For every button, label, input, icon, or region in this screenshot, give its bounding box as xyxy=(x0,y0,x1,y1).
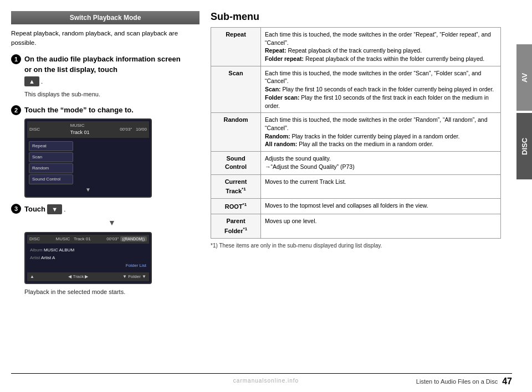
footer-text: Listen to Audio Files on a Disc xyxy=(416,378,498,385)
desc-sound-control: Adjusts the sound quality. →“Adjust the … xyxy=(261,151,501,174)
step-3-number: 3 xyxy=(11,204,21,214)
down-arrow-button[interactable]: ▼ xyxy=(47,204,62,215)
step-1: 1 On the audio file playback information… xyxy=(11,54,200,99)
watermark: carmanualsonline.info xyxy=(233,378,299,384)
desc-current-track: Moves to the current Track List. xyxy=(261,174,501,198)
left-column: Switch Playback Mode Repeat playback, ra… xyxy=(11,11,200,302)
right-column: Sub-menu Repeat Each time this is touche… xyxy=(211,11,501,302)
step-2-content: Touch the “mode” to change to. DISC MUSI… xyxy=(24,105,200,198)
intro-text: Repeat playback, random playback, and sc… xyxy=(11,29,200,48)
disc-tab[interactable]: DISC xyxy=(516,113,532,179)
screen-1-music: MUSICTrack 01 xyxy=(70,122,90,137)
screen-2-header: DISC MUSIC Track 01 00'03" ((RANDOM)) xyxy=(27,235,149,244)
step-3: 3 Touch ▼ . ▼ DISC MUSIC Track 01 00'03"… xyxy=(11,203,200,297)
step-1-note: This displays the sub-menu. xyxy=(24,90,200,99)
album-value: MUSIC ALBUM xyxy=(44,247,74,252)
screen-2-time-mode: 00'03" ((RANDOM)) xyxy=(106,236,147,243)
desc-root: Moves to the topmost level and collapses… xyxy=(261,199,501,214)
table-row-scan: Scan Each time this is touched, the mode… xyxy=(211,66,501,112)
step-3-text: Touch xyxy=(24,205,45,213)
artist-label: Artist xyxy=(30,255,40,260)
random-btn[interactable]: Random xyxy=(29,163,73,173)
step-1-content: On the audio file playback information s… xyxy=(24,54,200,99)
label-parent-folder: ParentFolder*1 xyxy=(211,214,261,238)
artist-value: Artist A xyxy=(41,255,55,260)
step-1-text: On the audio file playback information s… xyxy=(24,55,181,74)
screen-2-music: MUSIC Track 01 xyxy=(56,236,91,243)
desc-parent-folder: Moves up one level. xyxy=(261,214,501,238)
label-random: Random xyxy=(211,113,261,152)
artist-row: Artist Artist A xyxy=(29,254,147,262)
submenu-title: Sub-menu xyxy=(211,11,501,23)
folder-list-link[interactable]: Folder List xyxy=(29,262,147,270)
step-2: 2 Touch the “mode” to change to. DISC MU… xyxy=(11,105,200,198)
step-1-number: 1 xyxy=(11,54,21,64)
table-row-current-track: CurrentTrack*1 Moves to the current Trac… xyxy=(211,174,501,198)
screen-1-header: DISC MUSICTrack 01 00'03" 10/00 xyxy=(27,121,149,138)
mode-badge: ((RANDOM)) xyxy=(120,236,147,241)
section-header: Switch Playback Mode xyxy=(11,11,200,24)
up-arrow-button[interactable]: ▲ xyxy=(24,76,39,87)
main-content: Switch Playback Mode Repeat playback, ra… xyxy=(11,11,521,319)
desc-repeat: Each time this is touched, the mode swit… xyxy=(261,28,501,66)
step-3-note: Playback in the selected mode starts. xyxy=(24,287,200,297)
sound-control-btn[interactable]: Sound Control xyxy=(29,174,73,184)
table-row-sound-control: Sound Control Adjusts the sound quality.… xyxy=(211,151,501,174)
scan-btn[interactable]: Scan xyxy=(29,152,73,162)
label-current-track: CurrentTrack*1 xyxy=(211,174,261,198)
step-3-content: Touch ▼ . ▼ DISC MUSIC Track 01 00'03" (… xyxy=(24,203,200,297)
album-label: Album xyxy=(30,247,43,252)
label-scan: Scan xyxy=(211,66,261,112)
repeat-btn[interactable]: Repeat xyxy=(29,141,73,151)
label-sound-control: Sound Control xyxy=(211,151,261,174)
down-arrow-indicator: ▼ xyxy=(24,217,200,229)
desc-random: Each time this is touched, the mode swit… xyxy=(261,113,501,152)
screen-mockup-1: DISC MUSICTrack 01 00'03" 10/00 Repeat S… xyxy=(24,118,152,198)
av-tab[interactable]: AV xyxy=(516,44,532,111)
screen-1-body: Repeat Scan Random Sound Control ▼ xyxy=(27,139,149,195)
label-repeat: Repeat xyxy=(211,28,261,66)
table-row-root: ROOT*1 Moves to the topmost level and co… xyxy=(211,199,501,214)
control-track-label: ◀ Track ▶ xyxy=(68,274,88,280)
screen-1-disc: DISC xyxy=(29,126,40,133)
album-row: Album MUSIC ALBUM xyxy=(29,246,147,254)
screen-mockup-2: DISC MUSIC Track 01 00'03" ((RANDOM)) Al… xyxy=(24,232,152,284)
label-root: ROOT*1 xyxy=(211,199,261,214)
table-row-parent-folder: ParentFolder*1 Moves up one level. xyxy=(211,214,501,238)
desc-scan: Each time this is touched, the mode swit… xyxy=(261,66,501,112)
table-row-repeat: Repeat Each time this is touched, the mo… xyxy=(211,28,501,66)
screen-2-body: Album MUSIC ALBUM Artist Artist A Folder… xyxy=(27,245,149,271)
screen-1-time: 00'03" 10/00 xyxy=(120,126,147,133)
page-container: Switch Playback Mode Repeat playback, ra… xyxy=(0,0,532,392)
screen-2-disc: DISC xyxy=(29,236,40,243)
submenu-table: Repeat Each time this is touched, the mo… xyxy=(211,27,501,239)
scroll-down-arrow: ▼ xyxy=(29,185,147,194)
footnote: *1) These items are only in the sub-menu… xyxy=(211,242,501,250)
control-up[interactable]: ▲ xyxy=(30,274,34,280)
table-row-random: Random Each time this is touched, the mo… xyxy=(211,113,501,152)
screen-2-controls: ▲ ◀ Track ▶ ▼ Folder ▼ xyxy=(27,272,149,281)
page-number: 47 xyxy=(502,376,512,386)
side-tabs: AV DISC xyxy=(516,0,532,392)
step-2-text: Touch the “mode” to change to. xyxy=(24,106,134,114)
control-folder-label: ▼ Folder ▼ xyxy=(122,274,146,280)
step-2-number: 2 xyxy=(11,105,21,115)
